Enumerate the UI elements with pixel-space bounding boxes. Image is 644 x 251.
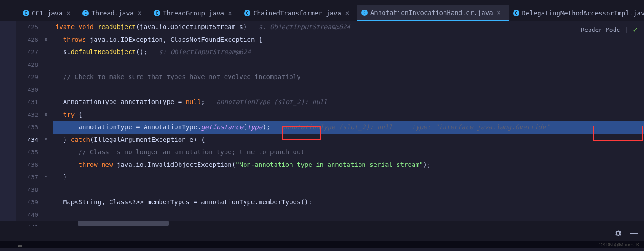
code-token: ( — [232, 161, 235, 168]
code-token: InvalidObjectException — [147, 161, 231, 168]
line-number: 439 — [16, 196, 38, 209]
code-token: catch — [71, 136, 90, 143]
code-line[interactable]: // Check to make sure that types have no… — [53, 71, 644, 84]
minimize-icon[interactable] — [630, 233, 638, 234]
tab-3[interactable]: CChainedTransformer.java× — [240, 5, 357, 21]
code-token: .memberTypes(); — [255, 198, 312, 206]
gear-icon[interactable] — [614, 229, 622, 237]
code-token: { — [75, 111, 82, 118]
code-token — [55, 148, 79, 156]
code-token: // Check to make sure that types have no… — [63, 73, 301, 80]
code-line[interactable]: try { — [53, 109, 644, 121]
line-number: 434 — [16, 134, 38, 146]
code-line[interactable]: throw new java.io.InvalidObjectException… — [53, 159, 644, 171]
bottom-bar: ▭ CSDN @Mauro_K — [0, 241, 644, 248]
code-token: = — [132, 123, 144, 131]
code-area[interactable]: Reader Mode | ✓ @ivate void readObject(j… — [53, 21, 644, 221]
code-token: // Class is no longer an annotation type… — [79, 148, 305, 156]
code-token: { — [255, 36, 262, 43]
code-line[interactable]: AnnotationType annotationType = null; an… — [53, 96, 644, 109]
tab-5[interactable]: CDelegatingMethodAccessorImpl.java× — [509, 5, 644, 21]
java-class-icon: C — [154, 10, 160, 16]
scrollbar-track[interactable] — [53, 221, 644, 226]
watermark: CSDN @Mauro_K — [599, 242, 639, 247]
fold-icon[interactable]: ⊟ — [45, 137, 50, 142]
tab-4[interactable]: CAnnotationInvocationHandler.java× — [357, 5, 509, 21]
code-line[interactable]: Map<String, Class<?>> memberTypes = anno… — [53, 196, 644, 209]
tab-1[interactable]: CThread.java× — [78, 5, 149, 21]
code-token: throws — [63, 36, 86, 43]
code-token — [55, 123, 79, 131]
line-number: 437 — [16, 171, 38, 184]
code-token: IllegalArgumentException — [94, 136, 185, 143]
code-token: throw new — [79, 161, 113, 168]
close-icon[interactable]: × — [496, 10, 502, 16]
code-token: s: ObjectInputStream@624 — [259, 23, 350, 30]
code-token: e) { — [186, 136, 205, 143]
line-number: 438 — [16, 184, 38, 196]
bottom-icon: ▭ — [18, 242, 22, 249]
horizontal-scrollbar[interactable] — [0, 221, 644, 226]
fold-icon[interactable]: ⊟ — [45, 37, 50, 42]
code-token: } — [55, 136, 71, 143]
code-token: ; — [201, 98, 216, 105]
code-token: IOException — [120, 36, 163, 43]
close-icon[interactable]: × — [344, 10, 350, 16]
code-line[interactable] — [53, 184, 644, 196]
code-line[interactable]: s.defaultReadObject(); s: ObjectInputStr… — [53, 46, 644, 59]
fold-icon[interactable]: ⊟ — [45, 174, 50, 180]
line-number: 440 — [16, 209, 38, 221]
java-class-icon: C — [23, 10, 29, 16]
line-number: 432 — [16, 109, 38, 121]
close-icon[interactable]: × — [136, 10, 143, 16]
code-token: ); — [262, 123, 281, 131]
top-bar — [0, 0, 644, 5]
code-token — [55, 111, 63, 118]
code-line[interactable]: annotationType = AnnotationType.getInsta… — [53, 121, 644, 134]
line-number: 435 — [16, 146, 38, 159]
code-line[interactable] — [53, 209, 644, 221]
tab-label: Thread.java — [91, 10, 134, 17]
fold-icon[interactable]: ⊟ — [45, 112, 50, 117]
tab-0[interactable]: CCC1.java× — [18, 5, 78, 21]
tab-label: ChainedTransformer.java — [253, 10, 341, 17]
code-line[interactable]: @ivate void readObject(java.io.ObjectInp… — [53, 21, 644, 34]
code-line[interactable] — [53, 59, 644, 71]
tab-bar: CCC1.java×CThread.java×CThreadGroup.java… — [0, 5, 644, 21]
code-token: java.io. — [113, 161, 147, 168]
code-token — [55, 73, 63, 80]
code-line[interactable] — [53, 84, 644, 96]
code-token: ObjectInputStream — [170, 23, 235, 30]
gutter: 4254264274284294304314324334344354364374… — [16, 21, 44, 221]
code-token: getInstance — [201, 123, 243, 131]
code-token: , — [163, 36, 170, 43]
code-token: readObject — [98, 23, 136, 30]
code-token: ivate void — [55, 23, 98, 30]
line-number: 436 — [16, 159, 38, 171]
left-edge — [0, 21, 16, 221]
code-token: s: ObjectInputStream@624 — [159, 48, 251, 55]
tab-2[interactable]: CThreadGroup.java× — [149, 5, 240, 21]
code-line[interactable]: throws java.io.IOException, ClassNotFoun… — [53, 34, 644, 46]
code-line[interactable]: // Class is no longer an annotation type… — [53, 146, 644, 159]
code-line[interactable]: } catch(IllegalArgumentException e) { — [53, 134, 644, 146]
close-icon[interactable]: × — [227, 10, 233, 16]
line-number: 426 — [16, 34, 38, 46]
code-token: AnnotationType — [63, 98, 117, 105]
code-token: } — [55, 173, 67, 181]
code-token: s) — [235, 23, 259, 30]
code-token: annotationType — [120, 98, 174, 105]
java-class-icon: C — [244, 10, 250, 16]
close-icon[interactable]: × — [65, 10, 71, 16]
tab-label: AnnotationInvocationHandler.java — [370, 9, 493, 16]
code-line[interactable]: } — [53, 171, 644, 184]
scrollbar-thumb[interactable] — [78, 221, 169, 226]
code-token: "Non-annotation type in annotation seria… — [235, 161, 423, 168]
code-token: AnnotationType — [144, 123, 197, 131]
java-class-icon: C — [361, 10, 368, 16]
code-token: annotationType (slot_2): null — [216, 98, 327, 105]
line-number: 429 — [16, 71, 38, 84]
code-token: defaultReadObject — [71, 48, 136, 55]
code-token: null — [186, 98, 201, 105]
code-token: (); — [136, 48, 159, 55]
